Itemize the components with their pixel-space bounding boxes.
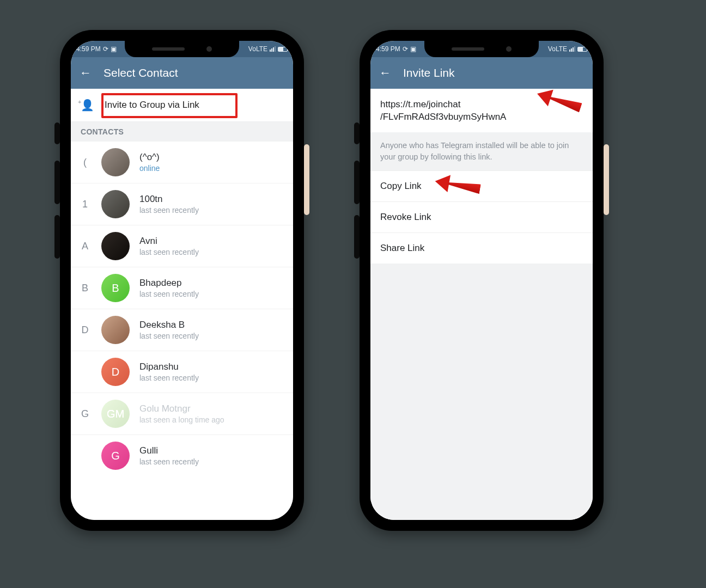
contact-name: Avni bbox=[139, 236, 199, 247]
volume-up-button[interactable] bbox=[54, 161, 60, 204]
avatar bbox=[101, 232, 130, 260]
invite-link-line2: /FLvFmRAdSf3vbuymSyHwnA bbox=[380, 112, 506, 122]
page-title: Invite Link bbox=[403, 66, 455, 79]
signal-icon bbox=[270, 46, 276, 52]
phone-frame-left: 4:59 PM ⟳ ▣ VoLTE ← Select Contact +👤 bbox=[60, 30, 304, 531]
share-link-button[interactable]: Share Link bbox=[370, 232, 593, 264]
signal-icon bbox=[569, 46, 575, 52]
contact-name: Gulli bbox=[139, 445, 199, 456]
app-bar: ← Invite Link bbox=[370, 57, 593, 89]
invite-link-hint: Anyone who has Telegram installed will b… bbox=[370, 132, 593, 170]
screen-left: 4:59 PM ⟳ ▣ VoLTE ← Select Contact +👤 bbox=[71, 41, 293, 520]
contact-status: last seen a long time ago bbox=[139, 415, 224, 424]
avatar: B bbox=[101, 274, 130, 302]
avatar: G bbox=[101, 442, 130, 470]
contact-row[interactable]: D Deeksha B last seen recently bbox=[71, 309, 293, 351]
contacts-section-header: CONTACTS bbox=[71, 122, 293, 142]
contact-status: last seen recently bbox=[139, 248, 199, 256]
avatar bbox=[101, 148, 130, 176]
status-bar: 4:59 PM ⟳ ▣ VoLTE bbox=[370, 41, 593, 57]
contact-name: Deeksha B bbox=[139, 320, 199, 330]
contact-status: last seen recently bbox=[139, 457, 199, 466]
contact-row[interactable]: 1 100tn last seen recently bbox=[71, 183, 293, 225]
alpha-indexer: G bbox=[78, 408, 92, 420]
phone-frame-right: 4:59 PM ⟳ ▣ VoLTE ← Invite Link https://… bbox=[360, 30, 604, 531]
invite-via-link-label: Invite to Group via Link bbox=[105, 100, 199, 111]
contact-row[interactable]: A Avni last seen recently bbox=[71, 225, 293, 267]
annotation-arrow-icon bbox=[534, 89, 583, 116]
revoke-link-label: Revoke Link bbox=[380, 212, 431, 222]
contact-status: last seen recently bbox=[139, 206, 199, 215]
volte-label: VoLTE bbox=[548, 45, 567, 53]
empty-space bbox=[370, 264, 593, 520]
avatar: D bbox=[101, 358, 130, 386]
page-title: Select Contact bbox=[104, 66, 178, 79]
power-button[interactable] bbox=[304, 144, 309, 215]
notch bbox=[424, 41, 539, 57]
avatar bbox=[101, 190, 130, 218]
invite-via-link-row[interactable]: +👤 Invite to Group via Link bbox=[71, 89, 293, 122]
alpha-indexer: A bbox=[78, 241, 92, 252]
app-bar: ← Select Contact bbox=[71, 57, 293, 89]
alpha-indexer: ( bbox=[78, 157, 92, 168]
notch bbox=[125, 41, 239, 57]
browser-icon: ▣ bbox=[111, 45, 117, 53]
back-button[interactable]: ← bbox=[80, 67, 92, 79]
contact-status: last seen recently bbox=[139, 332, 199, 340]
sync-icon: ⟳ bbox=[403, 45, 408, 53]
volume-down-button[interactable] bbox=[354, 215, 360, 259]
contact-status: online bbox=[139, 164, 160, 173]
browser-icon: ▣ bbox=[410, 45, 416, 53]
contact-row[interactable]: G Gulli last seen recently bbox=[71, 434, 293, 476]
contact-name: Golu Motngr bbox=[139, 403, 224, 414]
contact-row[interactable]: D Dipanshu last seen recently bbox=[71, 351, 293, 393]
contact-name: Bhapdeep bbox=[139, 278, 199, 289]
contact-row[interactable]: B B Bhapdeep last seen recently bbox=[71, 267, 293, 309]
status-time: 4:59 PM bbox=[76, 45, 101, 53]
status-bar: 4:59 PM ⟳ ▣ VoLTE bbox=[71, 41, 293, 57]
copy-link-button[interactable]: Copy Link bbox=[370, 170, 593, 201]
share-link-label: Share Link bbox=[380, 243, 424, 253]
back-button[interactable]: ← bbox=[379, 67, 391, 79]
annotation-arrow-icon bbox=[434, 173, 482, 198]
status-time: 4:59 PM bbox=[376, 45, 400, 53]
invite-link-text[interactable]: https://t.me/joinchat /FLvFmRAdSf3vbuymS… bbox=[370, 89, 593, 132]
alpha-indexer: B bbox=[78, 283, 92, 294]
avatar bbox=[101, 316, 130, 344]
contact-status: last seen recently bbox=[139, 290, 199, 298]
screen-right: 4:59 PM ⟳ ▣ VoLTE ← Invite Link https://… bbox=[370, 41, 593, 520]
avatar: GM bbox=[101, 400, 130, 428]
battery-icon bbox=[577, 47, 587, 52]
contact-status: last seen recently bbox=[139, 373, 199, 382]
contact-name: Dipanshu bbox=[139, 362, 199, 372]
add-person-icon: +👤 bbox=[80, 99, 95, 112]
volume-up-button[interactable] bbox=[354, 161, 360, 204]
contact-name: 100tn bbox=[139, 194, 199, 205]
silent-switch[interactable] bbox=[354, 122, 360, 144]
alpha-indexer: 1 bbox=[78, 199, 92, 210]
copy-link-label: Copy Link bbox=[380, 181, 422, 191]
battery-icon bbox=[278, 47, 288, 52]
contact-row[interactable]: ( (^o^) online bbox=[71, 142, 293, 183]
volte-label: VoLTE bbox=[248, 45, 267, 53]
sync-icon: ⟳ bbox=[103, 45, 108, 53]
revoke-link-button[interactable]: Revoke Link bbox=[370, 201, 593, 232]
alpha-indexer: D bbox=[78, 324, 92, 336]
volume-down-button[interactable] bbox=[54, 215, 60, 259]
invite-link-line1: https://t.me/joinchat bbox=[380, 99, 460, 109]
contact-row[interactable]: G GM Golu Motngr last seen a long time a… bbox=[71, 393, 293, 434]
contact-name: (^o^) bbox=[139, 152, 160, 163]
silent-switch[interactable] bbox=[54, 122, 60, 144]
power-button[interactable] bbox=[604, 144, 609, 215]
